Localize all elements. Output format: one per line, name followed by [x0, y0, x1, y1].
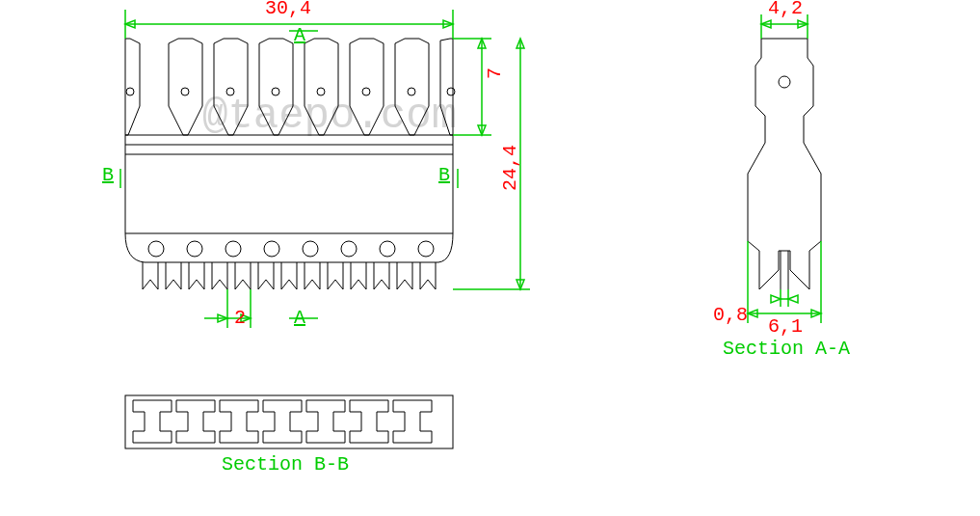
- marker-a-top: A: [294, 24, 305, 46]
- drawing-canvas: @taepo.com: [0, 0, 980, 516]
- svg-point-10: [225, 241, 241, 257]
- svg-point-8: [148, 241, 164, 257]
- dim-height-overall: 24,4: [499, 145, 521, 191]
- svg-rect-43: [125, 395, 453, 448]
- dim-aa-bottom: 6,1: [768, 315, 803, 338]
- front-view: [125, 39, 455, 289]
- svg-point-4: [362, 88, 370, 95]
- label-section-bb: Section B-B: [222, 453, 349, 475]
- svg-point-14: [380, 241, 395, 257]
- section-bb-view: [125, 395, 453, 448]
- dim-aa-wall: 0,8: [713, 304, 748, 326]
- svg-point-13: [341, 241, 357, 257]
- dim-width-overall: 30,4: [265, 0, 311, 19]
- svg-point-2: [272, 88, 279, 95]
- marker-b-right: B: [438, 164, 450, 186]
- dim-pitch: 2: [234, 307, 246, 329]
- dim-aa-top: 4,2: [768, 0, 803, 19]
- svg-point-31: [779, 76, 790, 88]
- svg-point-6: [447, 88, 455, 95]
- svg-point-9: [187, 241, 202, 257]
- svg-point-1: [226, 88, 234, 95]
- marker-b-left: B: [102, 164, 114, 186]
- svg-point-0: [181, 88, 189, 95]
- svg-point-11: [264, 241, 279, 257]
- svg-point-7: [126, 88, 134, 95]
- svg-point-15: [418, 241, 434, 257]
- svg-point-5: [408, 88, 415, 95]
- dim-height-teeth: 7: [484, 68, 506, 79]
- svg-point-3: [317, 88, 325, 95]
- label-section-aa: Section A-A: [723, 338, 850, 360]
- front-dims: [120, 10, 530, 328]
- svg-point-12: [303, 241, 318, 257]
- section-aa-view: [748, 14, 821, 323]
- marker-a-bottom: A: [294, 307, 305, 329]
